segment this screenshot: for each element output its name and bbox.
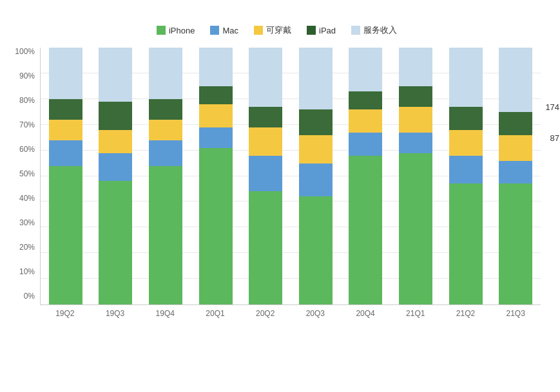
y-axis-label: 30% xyxy=(13,219,40,227)
y-axis-label: 50% xyxy=(13,170,40,178)
bar-segment-service xyxy=(399,48,432,86)
bar-segment-wearable xyxy=(499,135,532,161)
bar-segment-iphone xyxy=(199,148,233,304)
bar-segment-iphone xyxy=(299,196,333,304)
bar-segment-wearable xyxy=(49,120,82,140)
legend: iPhone Mac 可穿戴 iPad 服务收入 xyxy=(13,24,541,36)
x-axis-label: 19Q4 xyxy=(140,305,190,318)
bar-segment-wearable xyxy=(249,127,282,156)
bar-segment-wearable xyxy=(149,120,182,140)
bar-segment-mac xyxy=(249,156,282,192)
bar-wrapper xyxy=(149,48,182,304)
bar-segment-ipad xyxy=(349,91,382,109)
bar-wrapper xyxy=(349,48,382,304)
bar-segment-service xyxy=(99,48,132,102)
bar-group xyxy=(191,48,241,304)
bar-segment-mac xyxy=(499,161,532,184)
y-axis: 0%10%20%30%40%50%60%70%80%90%100% xyxy=(13,48,40,318)
bar-annotation: 87.75 xyxy=(550,133,560,143)
stacked-bar xyxy=(149,48,182,304)
bar-group xyxy=(240,48,291,304)
legend-color xyxy=(254,26,263,35)
bar-segment-iphone xyxy=(149,166,182,304)
bars-row: 174.8687.75 xyxy=(40,48,541,305)
legend-item: 可穿戴 xyxy=(254,24,291,36)
x-axis: 19Q219Q319Q420Q120Q220Q320Q421Q121Q221Q3 xyxy=(40,305,541,318)
x-axis-label: 19Q3 xyxy=(90,305,140,318)
stacked-bar xyxy=(199,48,233,304)
legend-color xyxy=(210,26,219,35)
bar-group xyxy=(91,48,141,304)
bar-segment-iphone xyxy=(49,166,82,304)
bar-segment-iphone xyxy=(499,183,532,304)
legend-item: Mac xyxy=(210,24,238,36)
chart-area: 0%10%20%30%40%50%60%70%80%90%100% 174.86… xyxy=(13,48,541,318)
bar-group xyxy=(140,48,191,304)
bar-segment-mac xyxy=(199,127,233,148)
legend-item: iPad xyxy=(307,24,336,36)
bar-segment-mac xyxy=(399,133,432,153)
x-axis-label: 20Q2 xyxy=(240,305,291,318)
bar-segment-wearable xyxy=(349,109,382,133)
stacked-bar xyxy=(49,48,82,304)
y-axis-label: 20% xyxy=(13,243,40,251)
bar-segment-mac xyxy=(349,133,382,156)
bar-segment-ipad xyxy=(449,107,483,130)
bar-group xyxy=(341,48,391,304)
stacked-bar xyxy=(449,48,483,304)
bar-group xyxy=(291,48,341,304)
bar-segment-ipad xyxy=(499,112,532,135)
bar-wrapper xyxy=(249,48,282,304)
bar-segment-wearable xyxy=(449,130,483,156)
bar-segment-iphone xyxy=(449,183,483,304)
y-axis-label: 90% xyxy=(13,72,40,80)
y-axis-label: 10% xyxy=(13,268,40,275)
x-axis-label: 20Q1 xyxy=(190,305,240,318)
bar-segment-iphone xyxy=(349,156,382,304)
stacked-bar xyxy=(499,48,532,304)
bar-segment-wearable xyxy=(399,107,432,133)
bar-segment-service xyxy=(349,48,382,91)
bar-segment-service xyxy=(499,48,532,112)
stacked-bar xyxy=(349,48,382,304)
bar-group xyxy=(441,48,491,304)
x-axis-label: 21Q1 xyxy=(391,305,441,318)
bar-segment-service xyxy=(149,48,182,99)
legend-color xyxy=(307,26,316,35)
bar-segment-service xyxy=(249,48,282,107)
legend-item: 服务收入 xyxy=(351,24,397,36)
chart-container: iPhone Mac 可穿戴 iPad 服务收入 0%10%20%30%40%5… xyxy=(0,0,560,392)
bar-segment-wearable xyxy=(299,135,333,163)
stacked-bar xyxy=(299,48,333,304)
bar-wrapper xyxy=(449,48,483,304)
x-axis-label: 20Q4 xyxy=(340,305,391,318)
bar-segment-ipad xyxy=(299,109,333,135)
y-axis-label: 60% xyxy=(13,145,40,153)
bar-wrapper xyxy=(99,48,132,304)
y-axis-label: 100% xyxy=(13,48,40,55)
bar-segment-mac xyxy=(99,153,132,182)
legend-label: Mac xyxy=(222,26,238,35)
bar-segment-mac xyxy=(299,163,333,197)
bar-wrapper: 174.8687.75 xyxy=(499,48,532,304)
bar-group xyxy=(391,48,441,304)
legend-label: iPad xyxy=(319,26,336,35)
legend-label: 服务收入 xyxy=(363,24,397,36)
bar-wrapper xyxy=(49,48,82,304)
bar-annotation: 174.86 xyxy=(545,102,560,112)
stacked-bar xyxy=(249,48,282,304)
y-axis-label: 70% xyxy=(13,121,40,129)
bar-segment-service xyxy=(49,48,82,99)
legend-label: 可穿戴 xyxy=(266,24,291,36)
bars-and-x: 174.8687.75 19Q219Q319Q420Q120Q220Q320Q4… xyxy=(40,48,541,318)
bar-segment-ipad xyxy=(199,86,233,104)
bar-wrapper xyxy=(199,48,233,304)
bar-segment-wearable xyxy=(99,130,132,153)
x-axis-label: 21Q2 xyxy=(441,305,491,318)
x-axis-label: 20Q3 xyxy=(291,305,341,318)
bar-segment-mac xyxy=(49,140,82,166)
stacked-bar xyxy=(99,48,132,304)
bar-segment-iphone xyxy=(399,153,432,304)
legend-label: iPhone xyxy=(169,26,195,35)
bar-group xyxy=(41,48,91,304)
